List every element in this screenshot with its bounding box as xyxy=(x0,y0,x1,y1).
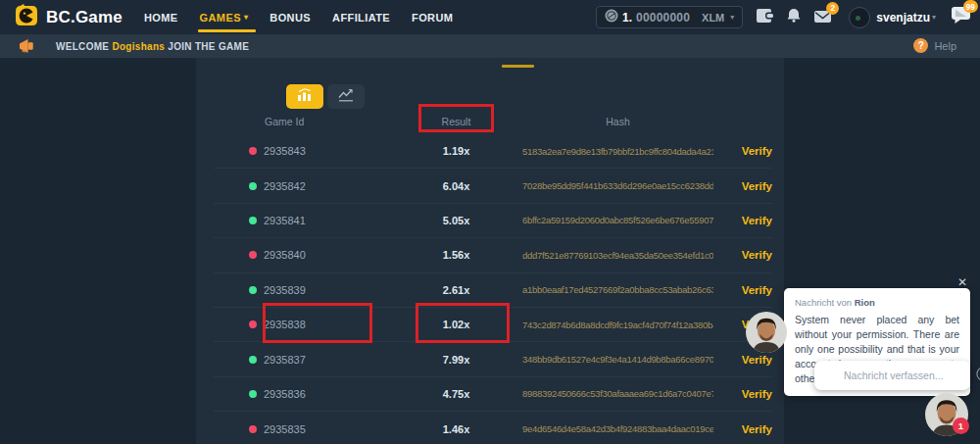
help-button[interactable]: ? Help xyxy=(913,38,956,53)
hash-value: ddd7f521e87769103ecf94ea35da50ee354efd1c… xyxy=(513,250,713,261)
game-id-cell: 2935837 xyxy=(214,354,400,366)
user-avatar[interactable] xyxy=(849,7,870,28)
game-id-cell: 2935841 xyxy=(214,215,400,226)
question-mark-icon: ? xyxy=(913,38,928,53)
game-id-cell: 2935842 xyxy=(214,180,400,192)
chevron-down-icon: ▾ xyxy=(932,13,936,22)
emoji-smiley-icon[interactable] xyxy=(976,367,980,385)
verify-link[interactable]: Verify xyxy=(713,180,772,192)
nav-item-affiliate[interactable]: AFFILIATE xyxy=(332,0,390,34)
nav-item-games-label: GAMES xyxy=(200,12,241,24)
chat-badge: 99 xyxy=(963,0,978,13)
hash-value: 5183a2ea7e9d8e13fb79bbf21bc9ffc804dada4a… xyxy=(513,146,713,157)
hash-value: 743c2d874b6d8a8dcdf9fc19acf4d70f74f12a38… xyxy=(513,320,713,330)
coin-icon xyxy=(605,9,618,26)
table-row: 2935835 1.46x 9e4d6546d4e58a42d3b4f92488… xyxy=(214,412,772,444)
verify-link[interactable]: Verify xyxy=(713,284,772,296)
wallet-button[interactable] xyxy=(757,9,773,26)
brand-logo[interactable]: BC.Game xyxy=(14,3,122,32)
welcome-bar: WELCOME Dogishans JOIN THE GAME ? Help xyxy=(0,34,980,58)
status-dot xyxy=(249,217,257,224)
balance-fraction: 00000000 xyxy=(636,11,690,25)
game-id-cell: 2935839 xyxy=(214,284,400,296)
game-id-cell: 2935836 xyxy=(214,388,400,400)
chat-input-bar xyxy=(814,361,970,390)
game-id-cell: 2935843 xyxy=(214,145,400,157)
brand-name: BC.Game xyxy=(46,8,122,27)
nav-item-home[interactable]: HOME xyxy=(144,0,178,34)
status-dot xyxy=(249,321,257,328)
status-dot xyxy=(249,251,257,259)
table-row: 2935840 1.56x ddd7f521e87769103ecf94ea35… xyxy=(214,238,772,272)
wallet-icon xyxy=(757,9,773,26)
bc-game-screen: BC.Game HOME GAMES ▾ BONUS AFFILIATE FOR… xyxy=(0,0,980,444)
chat-from-line: Nachricht von Rion xyxy=(795,297,959,308)
verify-link[interactable]: Verify xyxy=(713,215,772,226)
site-chat-button[interactable]: 99 xyxy=(952,7,970,27)
game-id: 2935839 xyxy=(264,284,306,296)
game-history-rows: 2935843 1.19x 5183a2ea7e9d8e13fb79bbf21b… xyxy=(214,134,772,444)
game-id-cell: 2935835 xyxy=(214,423,400,435)
annotation-row-game-id xyxy=(263,303,372,343)
table-row: 2935843 1.19x 5183a2ea7e9d8e13fb79bbf21b… xyxy=(214,134,772,169)
notifications-button[interactable] xyxy=(787,8,801,26)
trend-chart-view-button[interactable] xyxy=(327,84,365,109)
welcome-suffix: JOIN THE GAME xyxy=(165,41,249,52)
verify-link[interactable]: Verify xyxy=(713,388,772,400)
hash-value: 8988392450666c53f30afaaaea69c1d6a7c0407e… xyxy=(513,388,713,399)
status-dot xyxy=(249,286,257,294)
status-dot xyxy=(249,147,257,155)
hash-value: 7028be95dd95f441b633d6d296e0ae15cc6238dd… xyxy=(513,180,713,191)
result-value: 5.05x xyxy=(400,215,513,226)
mail-badge: 2 xyxy=(826,2,839,15)
welcome-prefix: WELCOME xyxy=(56,41,112,52)
chat-from-label: Nachricht von xyxy=(795,297,855,308)
bc-game-logo-icon xyxy=(14,3,39,32)
messages-button[interactable]: 2 xyxy=(814,9,831,26)
status-dot xyxy=(249,182,257,190)
chat-sender-name: Rion xyxy=(855,297,875,308)
balance-selector[interactable]: 1.00000000 XLM ▾ xyxy=(596,6,743,28)
game-id: 2935840 xyxy=(264,249,306,261)
bar-chart-view-button[interactable] xyxy=(286,84,323,109)
verify-link[interactable]: Verify xyxy=(713,249,772,261)
table-row: 2935836 4.75x 8988392450666c53f30afaaaea… xyxy=(214,377,772,412)
megaphone-icon xyxy=(19,39,35,53)
balance-currency: XLM xyxy=(702,12,724,24)
verify-link[interactable]: Verify xyxy=(713,354,772,366)
balance-integer: 1. xyxy=(622,11,632,25)
top-nav-bar: BC.Game HOME GAMES ▾ BONUS AFFILIATE FOR… xyxy=(0,0,980,34)
hash-value: 6bffc2a59159d2060d0abc85f526e6be676e5590… xyxy=(513,215,713,225)
nav-item-games[interactable]: GAMES ▾ xyxy=(200,0,249,34)
result-value: 7.99x xyxy=(400,354,513,366)
game-id-cell: 2935840 xyxy=(214,249,400,261)
chevron-down-icon: ▾ xyxy=(730,13,734,22)
annotation-result-header xyxy=(418,104,494,132)
main-nav: HOME GAMES ▾ BONUS AFFILIATE FORUM xyxy=(144,0,453,34)
chat-agent-avatar xyxy=(746,312,787,353)
chat-input-icons xyxy=(976,367,980,385)
verify-link[interactable]: Verify xyxy=(713,423,772,435)
result-value: 1.46x xyxy=(400,423,513,435)
help-label: Help xyxy=(934,40,956,52)
result-value: 1.56x xyxy=(400,249,513,261)
hash-value: a1bb0eaaf17ed4527669f2a0bba8cc53abab26c6… xyxy=(513,284,713,295)
nav-item-forum[interactable]: FORUM xyxy=(412,0,453,34)
result-value: 1.19x xyxy=(400,145,513,157)
game-id: 2935837 xyxy=(264,354,306,366)
game-id: 2935836 xyxy=(264,388,306,400)
chat-input[interactable] xyxy=(814,370,976,381)
status-dot xyxy=(249,425,257,433)
chevron-down-icon: ▾ xyxy=(244,13,248,22)
chat-close-icon[interactable]: ✕ xyxy=(957,275,967,289)
active-tab-indicator xyxy=(502,65,534,68)
bar-chart-icon xyxy=(297,88,313,106)
game-id: 2935841 xyxy=(264,215,306,226)
nav-item-bonus[interactable]: BONUS xyxy=(270,0,311,34)
hash-value: 348bb9db61527e4c9f3e4a1414d9b8ba66ce8970… xyxy=(513,354,713,365)
bell-icon xyxy=(787,8,801,26)
table-row: 2935841 5.05x 6bffc2a59159d2060d0abc85f5… xyxy=(214,204,772,238)
result-value: 6.04x xyxy=(400,180,513,192)
verify-link[interactable]: Verify xyxy=(713,145,772,157)
username-label[interactable]: svenjatzu xyxy=(876,11,930,25)
